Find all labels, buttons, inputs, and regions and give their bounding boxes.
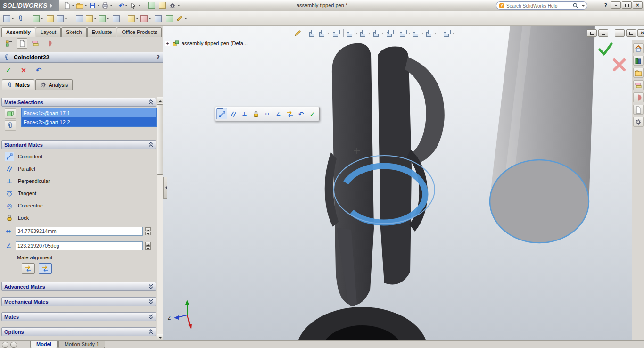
show-hidden-components-button[interactable] [74,14,84,23]
property-manager-tab[interactable] [17,38,27,49]
section-standard-mates[interactable]: Standard Mates [1,140,156,149]
distance-input[interactable] [16,227,143,236]
popup-lock-button[interactable] [250,108,261,119]
pm-ok-button[interactable]: ✓ [3,65,14,75]
search-icon[interactable] [572,2,579,9]
popup-perpendicular-button[interactable]: ⊥ [239,108,250,119]
new-motion-study-button[interactable] [111,14,121,23]
insert-components-button[interactable] [3,14,15,23]
section-mate-selections[interactable]: Mate Selections [1,98,156,107]
display-style-button[interactable] [372,28,385,38]
confirm-ok-mark[interactable] [600,44,611,54]
edit-appearance-button[interactable] [399,28,411,38]
help-button[interactable]: ? [602,1,610,9]
popup-coincident-button[interactable] [216,108,227,119]
scroll-up-button[interactable] [157,97,163,103]
move-component-button[interactable] [56,14,68,23]
print-dropdown-icon[interactable] [110,5,113,8]
part-pen-grip[interactable] [325,43,445,306]
search-input[interactable] [506,3,570,8]
tab-scroll-left-button[interactable] [2,342,8,348]
popup-ok-button[interactable]: ✓ [307,108,318,119]
multiple-mate-mode-button[interactable] [5,120,16,131]
sketch-button[interactable] [293,28,303,38]
popup-flip-alignment-button[interactable] [284,108,295,119]
collapse-chevron-icon[interactable] [149,329,153,334]
section-mechanical-mates[interactable]: Mechanical Mates [1,297,156,306]
angle-input[interactable] [16,241,143,250]
minimize-button[interactable]: – [611,1,621,9]
camera-button[interactable] [443,28,455,38]
pane-split-left-button[interactable] [587,29,597,37]
reference-geometry-button[interactable] [98,14,110,23]
maximize-button[interactable] [622,1,632,9]
logo-menu-caret-icon[interactable] [50,4,54,8]
graphics-area[interactable]: Z [163,26,644,340]
pm-undo-button[interactable]: ↶ [33,65,44,75]
exploded-view-button[interactable] [140,14,152,23]
open-document-button[interactable] [75,1,88,10]
expand-chevron-icon[interactable] [149,299,153,304]
popup-distance-button[interactable]: ↔ [262,108,272,119]
popup-angle-button[interactable]: ∠ [273,108,284,119]
appearances-tab[interactable] [633,92,644,102]
options-dropdown-icon[interactable] [177,5,180,8]
mate-type-perpendicular[interactable]: ⊥ Perpendicular [5,175,151,187]
view-orientation-button[interactable] [359,28,372,38]
section-view-button[interactable] [346,28,358,38]
expand-chevron-icon[interactable] [149,284,153,289]
rebuild-button[interactable] [147,1,157,10]
collapse-chevron-icon[interactable] [149,99,153,105]
new-document-button[interactable] [63,1,75,10]
tab-evaluate[interactable]: Evaluate [87,27,117,37]
new-dropdown-icon[interactable] [72,5,74,8]
mate-type-parallel[interactable]: Parallel [5,163,151,174]
assembly-features-button[interactable] [85,14,97,23]
undo-button[interactable]: ↶ [118,1,129,10]
configuration-manager-tab[interactable] [30,38,41,49]
mate-type-coincident[interactable]: Coincident [5,151,151,162]
anti-aligned-button[interactable] [39,263,52,274]
tab-office-products[interactable]: Office Products [117,27,162,37]
section-mates[interactable]: Mates [1,312,156,321]
display-manager-tab[interactable] [43,38,54,49]
feature-manager-tab[interactable] [4,38,14,49]
mate-type-tangent[interactable]: Tangent [5,188,151,199]
mate-selection-listbox[interactable]: Face<1>@part 17-1 Face<2>@part 12-2 [21,108,157,127]
open-dropdown-icon[interactable] [84,5,87,8]
part-pen-barrel[interactable] [490,26,595,243]
search-dropdown-icon[interactable] [582,5,585,8]
mate-selection-faces-button[interactable] [5,108,16,119]
scroll-thumb[interactable] [157,104,163,175]
help-search-box[interactable]: ? [496,1,587,10]
close-button[interactable]: × [633,1,643,9]
tab-assembly[interactable]: Assembly [1,27,35,37]
aligned-button[interactable] [22,263,35,274]
mate-type-lock[interactable]: Lock [5,212,151,224]
distance-icon[interactable]: ↔ [4,226,13,236]
save-button[interactable] [88,1,100,10]
confirm-cancel-mark[interactable] [614,60,624,70]
tab-sketch[interactable]: Sketch [61,27,87,37]
select-button[interactable] [129,1,141,10]
selection-item[interactable]: Face<2>@part 12-2 [22,117,156,126]
pm-cancel-button[interactable]: × [18,65,29,75]
angle-icon[interactable]: ∠ [4,241,13,250]
explode-line-sketch-button[interactable] [153,14,163,23]
doc-minimize-button[interactable]: – [615,29,625,37]
scroll-down-button[interactable] [157,334,163,340]
mate-button[interactable] [16,14,26,23]
bill-of-materials-button[interactable] [127,14,139,23]
save-dropdown-icon[interactable] [97,5,100,8]
design-library-tab[interactable] [633,56,644,66]
angle-spinner[interactable] [145,242,151,250]
smart-fasteners-button[interactable] [45,14,55,23]
mate-type-concentric[interactable]: ◎ Concentric [5,200,151,211]
tab-motion-study[interactable]: Motion Study 1 [58,341,105,348]
linear-component-pattern-button[interactable] [32,14,44,23]
print-button[interactable] [101,1,113,10]
tab-model[interactable]: Model [30,341,58,348]
tab-analysis[interactable]: Analysis [35,79,73,90]
selected-edge-barrel[interactable] [490,160,589,243]
select-dropdown-icon[interactable] [138,5,141,8]
